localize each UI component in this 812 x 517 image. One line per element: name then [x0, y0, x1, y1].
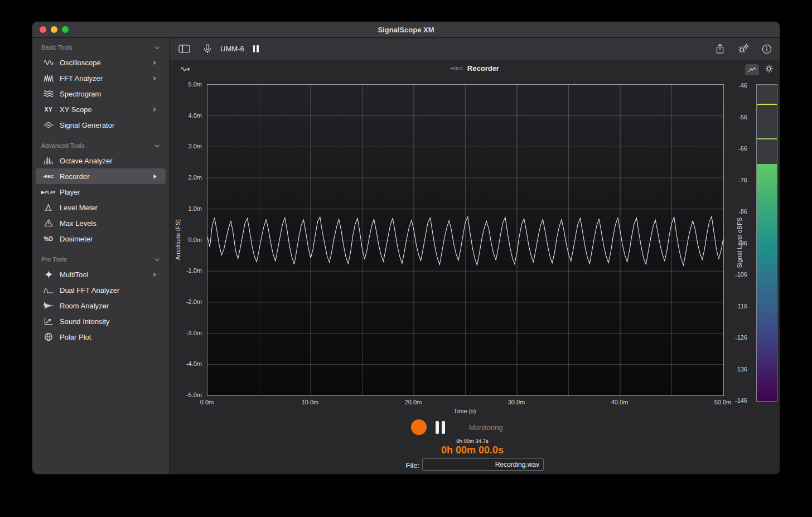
polar-plot-icon	[41, 332, 56, 341]
dosimeter-icon: %D	[41, 236, 56, 242]
sidebar-item-label: XY Scope	[60, 105, 92, 114]
signal-generator-icon	[41, 120, 56, 129]
waveform-plot[interactable]	[207, 84, 724, 396]
view-title-label: Recorder	[467, 64, 499, 73]
section-title: Basic Tools	[41, 44, 72, 51]
pause-button[interactable]	[436, 421, 445, 434]
sidebar-item-label: Oscilloscope	[60, 59, 101, 67]
sound-intensity-icon	[41, 317, 56, 326]
window-titlebar: SignalScope XM	[32, 22, 780, 38]
expand-arrow-icon[interactable]	[153, 174, 157, 179]
chevron-down-icon	[154, 44, 160, 51]
section-header-pro-tools[interactable]: Pro Tools	[32, 253, 169, 265]
minimize-window-button[interactable]	[51, 26, 57, 33]
sidebar-item-room-analyzer[interactable]: Room Analyzer	[36, 298, 166, 313]
sidebar-item-recorder[interactable]: •REC Recorder	[36, 168, 166, 184]
expand-arrow-icon[interactable]	[153, 60, 157, 65]
expand-arrow-icon[interactable]	[153, 107, 157, 112]
y-axis-tick-labels: 5.0m 4.0m 3.0m 2.0m 1.0m 0.0m -1.0m -2.0…	[170, 84, 204, 395]
sidebar-item-multitool[interactable]: MultiTool	[36, 267, 166, 282]
section-header-advanced-tools[interactable]: Advanced Tools	[32, 139, 169, 152]
info-icon[interactable]	[762, 44, 772, 54]
sidebar-item-max-levels[interactable]: Max Levels	[36, 215, 166, 231]
chevron-down-icon	[154, 256, 160, 263]
x-axis-title: Time (s)	[207, 408, 723, 414]
max-levels-icon	[41, 219, 56, 228]
sidebar-item-label: FFT Analyzer	[60, 74, 103, 83]
traffic-lights	[40, 26, 69, 33]
chart-view-button[interactable]	[745, 64, 759, 75]
meter-tick-labels: -46 -56 -66 -76 -86 -96 -106 -116 -126 -…	[721, 85, 751, 400]
sidebar-item-fft-analyzer[interactable]: FFT Analyzer	[36, 70, 166, 86]
x-axis-tick-labels: 0.0m 10.0m 20.0m 30.0m 40.0m 50.0m	[207, 399, 723, 406]
sidebar: Basic Tools Oscilloscope FFT Analyzer Sp…	[32, 38, 170, 474]
sidebar-item-label: Spectrogram	[60, 90, 101, 98]
sidebar-item-label: Dosimeter	[60, 235, 93, 243]
octave-analyzer-icon	[41, 156, 56, 165]
fft-analyzer-icon	[41, 74, 56, 83]
meter-peak-hold-marker	[757, 104, 777, 105]
record-button[interactable]	[411, 419, 427, 435]
sidebar-item-player[interactable]: ▶PLAY Player	[36, 184, 166, 200]
oscilloscope-icon	[41, 58, 56, 67]
sidebar-item-sound-intensity[interactable]: Sound Intensity	[36, 313, 166, 329]
chart-settings-gear-icon[interactable]	[764, 64, 774, 76]
sidebar-item-polar-plot[interactable]: Polar Plot	[36, 329, 166, 345]
sidebar-item-label: Room Analyzer	[60, 302, 109, 310]
sidebar-item-label: Recorder	[60, 172, 89, 181]
multitool-icon	[41, 270, 56, 279]
rec-badge: •REC	[450, 66, 463, 71]
spectrogram-icon	[41, 89, 56, 98]
recorder-view: •REC Recorder Amplitude (FS) 5.0m 4.0m 3…	[170, 60, 780, 474]
share-icon[interactable]	[715, 44, 725, 54]
room-analyzer-icon	[41, 301, 56, 310]
sidebar-item-label: MultiTool	[60, 270, 88, 279]
meter-level-fill	[757, 164, 777, 401]
sidebar-item-xy-scope[interactable]: XY XY Scope	[36, 102, 166, 117]
section-title: Pro Tools	[41, 256, 67, 263]
expand-arrow-icon[interactable]	[153, 272, 157, 277]
sidebar-item-dosimeter[interactable]: %D Dosimeter	[36, 231, 166, 247]
sidebar-item-level-meter[interactable]: Level Meter	[36, 200, 166, 215]
file-name-input[interactable]	[422, 458, 544, 471]
sidebar-toggle-icon[interactable]	[178, 44, 190, 54]
monitoring-status-label: Monitoring	[469, 423, 503, 432]
zoom-window-button[interactable]	[62, 26, 69, 33]
recorder-icon: •REC	[41, 174, 56, 179]
sidebar-item-octave-analyzer[interactable]: Octave Analyzer	[36, 153, 166, 168]
section-title: Advanced Tools	[41, 142, 84, 149]
total-time-label: 0h 00m 34.7s	[417, 438, 528, 444]
sidebar-item-oscilloscope[interactable]: Oscilloscope	[36, 55, 166, 70]
sidebar-item-dual-fft-analyzer[interactable]: Dual FFT Analyzer	[36, 282, 166, 298]
sidebar-item-label: Sound Intensity	[60, 317, 110, 326]
sidebar-item-spectrogram[interactable]: Spectrogram	[36, 86, 166, 102]
level-meter-icon	[41, 203, 56, 212]
window-title: SignalScope XM	[32, 26, 780, 34]
app-window: SignalScope XM Basic Tools Oscilloscope …	[32, 21, 780, 475]
sidebar-item-label: Player	[60, 188, 80, 196]
sidebar-item-label: Max Levels	[60, 219, 96, 228]
microphone-icon[interactable]	[202, 44, 212, 54]
sidebar-item-label: Polar Plot	[60, 333, 91, 341]
dual-fft-icon	[41, 286, 56, 294]
settings-gears-icon[interactable]	[738, 44, 749, 54]
sidebar-item-label: Octave Analyzer	[60, 157, 113, 165]
expand-arrow-icon[interactable]	[153, 76, 157, 81]
sidebar-item-signal-generator[interactable]: Signal Generator	[36, 117, 166, 133]
sidebar-item-label: Dual FFT Analyzer	[60, 286, 119, 294]
player-icon: ▶PLAY	[41, 190, 56, 195]
close-window-button[interactable]	[40, 26, 46, 33]
main-toolbar: UMM-6	[170, 38, 780, 60]
meter-secondary-peak-marker	[757, 138, 777, 139]
signal-level-meter	[756, 84, 777, 402]
sidebar-item-label: Signal Generator	[60, 121, 114, 129]
file-field-label: File:	[348, 461, 419, 470]
input-pause-icon[interactable]	[253, 45, 259, 52]
section-header-basic-tools[interactable]: Basic Tools	[32, 41, 169, 54]
elapsed-time-display: 0h 00m 00.0s	[394, 444, 550, 456]
sidebar-item-label: Level Meter	[60, 204, 98, 212]
chevron-down-icon	[154, 142, 160, 149]
input-device-label[interactable]: UMM-6	[220, 45, 244, 53]
xy-scope-icon: XY	[41, 107, 56, 113]
view-title: •REC Recorder	[170, 64, 780, 73]
